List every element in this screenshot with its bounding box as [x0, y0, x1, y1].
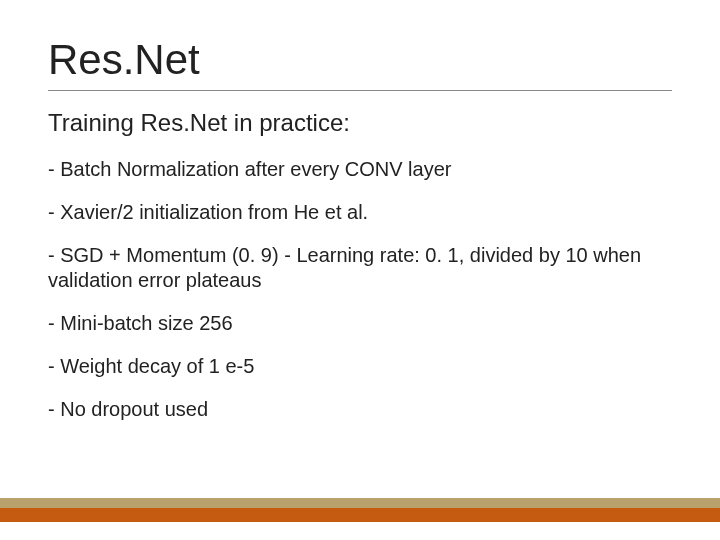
footer-band-bottom: [0, 508, 720, 522]
title-underline: [48, 90, 672, 91]
bullet-item: - Batch Normalization after every CONV l…: [48, 157, 672, 182]
bullet-item: - No dropout used: [48, 397, 672, 422]
slide-content: Res.Net Training Res.Net in practice: - …: [0, 0, 720, 422]
slide-subtitle: Training Res.Net in practice:: [48, 109, 672, 137]
bullet-item: - Mini-batch size 256: [48, 311, 672, 336]
bullet-item: - SGD + Momentum (0. 9) - Learning rate:…: [48, 243, 672, 293]
footer-band-top: [0, 498, 720, 508]
bullet-item: - Xavier/2 initialization from He et al.: [48, 200, 672, 225]
bullet-item: - Weight decay of 1 e-5: [48, 354, 672, 379]
footer-accent-bar: [0, 498, 720, 522]
slide-title: Res.Net: [48, 36, 672, 84]
